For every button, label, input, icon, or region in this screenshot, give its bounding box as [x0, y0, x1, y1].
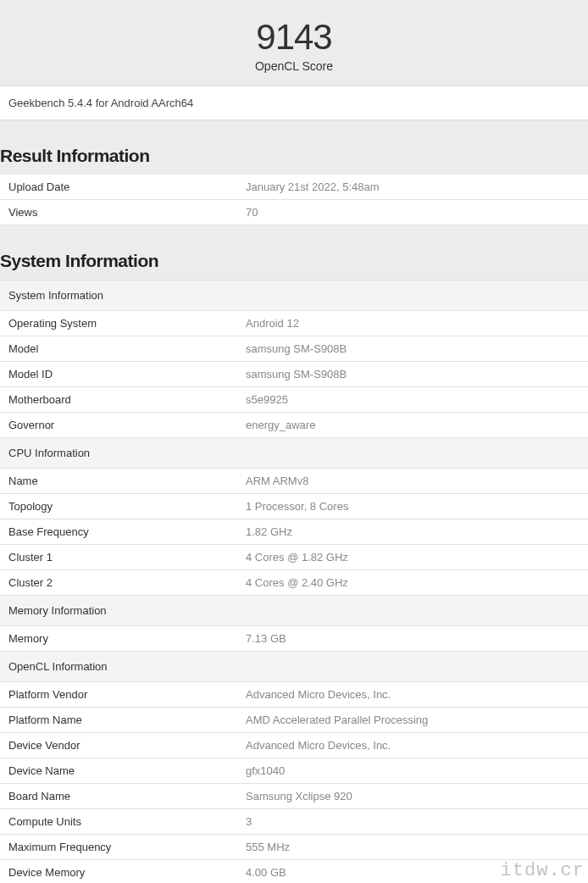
subheader-label: Memory Information [0, 596, 588, 626]
table-row: Upload Date January 21st 2022, 5:48am [0, 175, 588, 200]
table-subheader: OpenCL Information [0, 652, 588, 682]
row-label: Model [0, 336, 237, 362]
table-subheader: Memory Information [0, 596, 588, 626]
row-label: Device Name [0, 758, 237, 784]
row-value: Android 12 [237, 311, 588, 336]
row-label: Platform Name [0, 708, 237, 733]
row-value: gfx1040 [237, 758, 588, 784]
version-info: Geekbench 5.4.4 for Android AArch64 [0, 86, 588, 120]
row-value: energy_aware [237, 413, 588, 438]
row-value: ARM ARMv8 [237, 469, 588, 494]
system-heading: System Information [0, 225, 588, 280]
subheader-label: OpenCL Information [0, 652, 588, 682]
table-row: Memory 7.13 GB [0, 626, 588, 652]
row-value: 70 [237, 200, 588, 225]
row-label: Platform Vendor [0, 682, 237, 708]
row-label: Compute Units [0, 809, 237, 835]
row-label: Motherboard [0, 387, 237, 413]
row-value: January 21st 2022, 5:48am [237, 175, 588, 200]
table-row: Cluster 2 4 Cores @ 2.40 GHz [0, 570, 588, 596]
row-value: 7.13 GB [237, 626, 588, 652]
row-value: 4 Cores @ 2.40 GHz [237, 570, 588, 596]
table-row: Platform Name AMD Accelerated Parallel P… [0, 708, 588, 733]
table-row: Maximum Frequency 555 MHz [0, 835, 588, 860]
row-value: Advanced Micro Devices, Inc. [237, 733, 588, 758]
table-row: Base Frequency 1.82 GHz [0, 519, 588, 545]
table-row: Cluster 1 4 Cores @ 1.82 GHz [0, 545, 588, 570]
table-row: Operating System Android 12 [0, 311, 588, 336]
table-row: Board Name Samsung Xclipse 920 [0, 784, 588, 809]
row-label: Governor [0, 413, 237, 438]
row-label: Board Name [0, 784, 237, 809]
row-value: samsung SM-S908B [237, 362, 588, 387]
table-row: Topology 1 Processor, 8 Cores [0, 494, 588, 519]
table-row: Model ID samsung SM-S908B [0, 362, 588, 387]
row-value: 1 Processor, 8 Cores [237, 494, 588, 519]
row-value: Samsung Xclipse 920 [237, 784, 588, 809]
table-row: Device Memory 4.00 GB [0, 860, 588, 884]
result-table: Upload Date January 21st 2022, 5:48am Vi… [0, 175, 588, 225]
row-label: Memory [0, 626, 237, 652]
row-label: Operating System [0, 311, 237, 336]
subheader-label: System Information [0, 280, 588, 311]
row-value: s5e9925 [237, 387, 588, 413]
table-row: Device Name gfx1040 [0, 758, 588, 784]
row-value: 555 MHz [237, 835, 588, 860]
row-label: Name [0, 469, 237, 494]
result-heading: Result Information [0, 120, 588, 175]
table-row: Model samsung SM-S908B [0, 336, 588, 362]
subheader-label: CPU Information [0, 438, 588, 469]
row-label: Views [0, 200, 237, 225]
row-value: Advanced Micro Devices, Inc. [237, 682, 588, 708]
row-label: Maximum Frequency [0, 835, 237, 860]
table-subheader: System Information [0, 280, 588, 311]
table-row: Views 70 [0, 200, 588, 225]
row-label: Base Frequency [0, 519, 237, 545]
table-row: Device Vendor Advanced Micro Devices, In… [0, 733, 588, 758]
row-value: 3 [237, 809, 588, 835]
row-label: Model ID [0, 362, 237, 387]
row-label: Topology [0, 494, 237, 519]
row-label: Cluster 1 [0, 545, 237, 570]
row-label: Cluster 2 [0, 570, 237, 596]
table-row: Compute Units 3 [0, 809, 588, 835]
row-value: samsung SM-S908B [237, 336, 588, 362]
row-value: 4.00 GB [237, 860, 588, 884]
row-label: Device Memory [0, 860, 237, 884]
table-row: Governor energy_aware [0, 413, 588, 438]
table-row: Motherboard s5e9925 [0, 387, 588, 413]
table-subheader: CPU Information [0, 438, 588, 469]
system-table: System Information Operating System Andr… [0, 280, 588, 883]
score-header: 9143 OpenCL Score [0, 0, 588, 86]
row-value: 4 Cores @ 1.82 GHz [237, 545, 588, 570]
table-row: Platform Vendor Advanced Micro Devices, … [0, 682, 588, 708]
row-value: AMD Accelerated Parallel Processing [237, 708, 588, 733]
row-label: Device Vendor [0, 733, 237, 758]
table-row: Name ARM ARMv8 [0, 469, 588, 494]
row-label: Upload Date [0, 175, 237, 200]
row-value: 1.82 GHz [237, 519, 588, 545]
score-label: OpenCL Score [0, 59, 588, 73]
score-value: 9143 [0, 17, 588, 58]
